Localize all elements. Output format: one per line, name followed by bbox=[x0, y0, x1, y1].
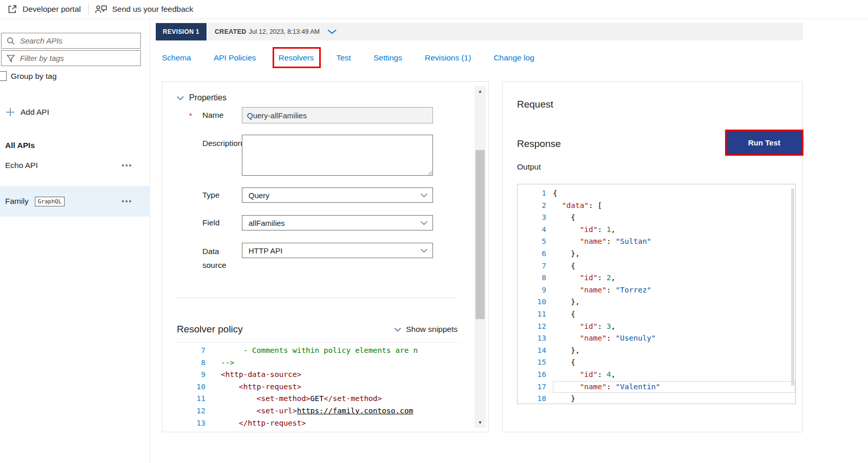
tab-change-log[interactable]: Change log bbox=[493, 53, 534, 62]
code-line: 2 "data": [ bbox=[518, 200, 795, 212]
run-test-annotation: Run Test bbox=[725, 130, 803, 156]
field-dropdown[interactable]: allFamilies bbox=[242, 215, 433, 230]
type-dropdown[interactable]: Query bbox=[242, 187, 433, 203]
code-line: 8 "id": 2, bbox=[518, 272, 795, 284]
show-snippets-toggle[interactable]: Show snippets bbox=[394, 325, 458, 334]
code-line: 3 { bbox=[518, 212, 795, 224]
field-value: allFamilies bbox=[249, 219, 285, 227]
data-source-label: Data source bbox=[202, 244, 230, 272]
feedback-label: Send us your feedback bbox=[112, 5, 194, 14]
name-input[interactable] bbox=[242, 107, 433, 123]
chevron-down-icon bbox=[421, 246, 427, 252]
properties-section-title: Properties bbox=[189, 93, 226, 102]
data-source-value: HTTP API bbox=[249, 246, 282, 255]
external-link-icon bbox=[7, 4, 17, 14]
description-label: Description bbox=[202, 139, 242, 148]
field-row: Field allFamilies bbox=[177, 215, 488, 231]
topbar-divider bbox=[88, 4, 89, 15]
code-line: 11 { bbox=[518, 308, 795, 321]
code-line: 8--> bbox=[177, 357, 462, 369]
description-row: Description bbox=[177, 135, 488, 176]
graphql-badge: GraphQL bbox=[35, 197, 65, 206]
tab-schema[interactable]: Schema bbox=[162, 53, 191, 62]
filter-tags-input[interactable] bbox=[1, 50, 141, 66]
code-line: 4 "id": 1, bbox=[518, 224, 795, 236]
field-label: Field bbox=[202, 218, 220, 227]
api-item-label: Echo API bbox=[5, 161, 38, 170]
response-output-editor[interactable]: 1{2 "data": [3 {4 "id": 1,5 "name": "Sul… bbox=[517, 184, 796, 404]
feedback-link[interactable]: Send us your feedback bbox=[95, 4, 194, 14]
chevron-down-icon bbox=[394, 327, 401, 332]
tab-api-policies[interactable]: API Policies bbox=[214, 53, 256, 62]
code-line: 10 <http-request> bbox=[177, 381, 462, 393]
created-label: CREATED bbox=[215, 28, 246, 35]
search-apis-input[interactable] bbox=[1, 33, 141, 49]
code-line: 9<http-data-source> bbox=[177, 369, 462, 381]
response-section-title: Response bbox=[517, 138, 561, 150]
description-input[interactable] bbox=[242, 135, 433, 176]
revision-bar: REVISION 1 CREATED Jul 12, 2023, 8:13:49… bbox=[156, 23, 803, 40]
topbar: Developer portal Send us your feedback bbox=[0, 0, 868, 19]
type-label: Type bbox=[202, 191, 220, 200]
chevron-down-icon bbox=[421, 218, 427, 225]
code-line: 1{ bbox=[518, 187, 795, 200]
group-by-tag-row[interactable]: Group by tag bbox=[0, 71, 150, 81]
code-line: 15 { bbox=[518, 356, 795, 369]
code-line: 5 "name": "Sultan" bbox=[518, 236, 795, 248]
api-item-label: Family bbox=[5, 197, 29, 206]
code-line: 11 <set-method>GET</set-method> bbox=[177, 393, 462, 405]
resolver-properties-panel: Properties * Name Description Type bbox=[162, 81, 489, 432]
add-api-label: Add API bbox=[20, 108, 49, 117]
resolver-policy-title: Resolver policy bbox=[177, 324, 243, 335]
resolver-policy-header: Resolver policy Show snippets bbox=[177, 324, 458, 335]
show-snippets-label: Show snippets bbox=[406, 325, 458, 334]
data-source-row: Data source HTTP API bbox=[177, 242, 488, 259]
group-by-tag-label: Group by tag bbox=[11, 72, 57, 81]
search-apis-box bbox=[1, 33, 141, 49]
scroll-up-arrow[interactable]: ▲ bbox=[474, 86, 486, 96]
code-line: 13 </http-request> bbox=[177, 417, 462, 430]
tab-settings[interactable]: Settings bbox=[374, 53, 402, 62]
required-asterisk: * bbox=[189, 111, 192, 120]
scrollbar-thumb[interactable] bbox=[476, 150, 485, 319]
output-scrollbar[interactable] bbox=[791, 188, 794, 386]
scroll-down-arrow[interactable]: ▼ bbox=[474, 417, 486, 428]
sidebar-item-echo-api[interactable]: Echo API bbox=[0, 150, 150, 181]
name-label: Name bbox=[202, 111, 223, 120]
search-icon bbox=[6, 36, 15, 46]
code-line: 16 "id": 4, bbox=[518, 369, 795, 381]
tab-revisions[interactable]: Revisions (1) bbox=[425, 53, 471, 62]
code-line: 10 }, bbox=[518, 296, 795, 308]
properties-section-toggle[interactable]: Properties bbox=[177, 93, 488, 102]
code-line: 14 }, bbox=[518, 345, 795, 357]
tab-resolvers[interactable]: Resolvers bbox=[279, 53, 314, 62]
code-line: 7 - Comments within policy elements are … bbox=[177, 345, 462, 357]
more-options-icon[interactable] bbox=[122, 200, 131, 202]
filter-tags-box bbox=[1, 50, 141, 66]
run-test-button[interactable]: Run Test bbox=[727, 131, 802, 154]
filter-icon bbox=[6, 54, 15, 63]
more-options-icon[interactable] bbox=[122, 164, 131, 166]
name-row: * Name bbox=[177, 107, 488, 123]
tab-test[interactable]: Test bbox=[337, 53, 351, 62]
revision-created-bar: CREATED Jul 12, 2023, 8:13:49 AM bbox=[206, 23, 803, 40]
developer-portal-label: Developer portal bbox=[23, 5, 81, 14]
add-api-button[interactable]: Add API bbox=[6, 108, 150, 117]
api-tabs: Schema API Policies Resolvers Test Setti… bbox=[162, 48, 868, 68]
created-timestamp: Jul 12, 2023, 8:13:49 AM bbox=[249, 28, 320, 35]
section-divider bbox=[177, 298, 458, 298]
code-line: 12 <set-url>https://family.contoso.com bbox=[177, 405, 462, 417]
policy-code-editor[interactable]: 7 - Comments within policy elements are … bbox=[177, 342, 462, 429]
vertical-scrollbar[interactable]: ▲ ▼ bbox=[474, 86, 486, 428]
resolver-properties-form: * Name Description Type Query bbox=[177, 107, 488, 259]
developer-portal-link[interactable]: Developer portal bbox=[7, 4, 81, 14]
api-sidebar: Group by tag Add API All APIs Echo API F… bbox=[0, 19, 150, 463]
revision-tab[interactable]: REVISION 1 bbox=[156, 23, 206, 40]
main-area: REVISION 1 CREATED Jul 12, 2023, 8:13:49… bbox=[150, 19, 868, 463]
type-row: Type Query bbox=[177, 187, 488, 203]
data-source-dropdown[interactable]: HTTP API bbox=[242, 243, 433, 258]
code-line: 7 { bbox=[518, 260, 795, 272]
chevron-down-icon[interactable] bbox=[327, 29, 337, 34]
sidebar-item-family[interactable]: Family GraphQL bbox=[0, 186, 150, 217]
group-by-tag-checkbox[interactable] bbox=[0, 71, 7, 81]
